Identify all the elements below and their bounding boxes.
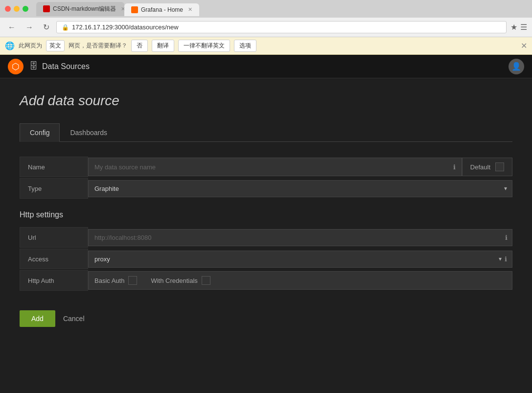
reload-button[interactable]: ↻ <box>40 22 52 33</box>
topbar: ⬡ 🗄 Data Sources 👤 <box>0 55 532 78</box>
name-info-icon[interactable]: ℹ <box>453 163 456 171</box>
default-section: Default <box>462 158 512 176</box>
window-controls <box>5 6 28 12</box>
address-text: 172.16.17.129:3000/datasources/new <box>72 23 179 31</box>
name-row: Name ℹ Default <box>20 157 512 177</box>
access-info-icon[interactable]: ℹ <box>505 255 507 263</box>
translate-prompt: 网页，是否需要翻译？ <box>69 42 127 50</box>
url-field: ℹ <box>88 229 512 246</box>
browser-titlebar: CSDN-markdown编辑器 ✕ Grafana - Home ✕ <box>0 0 532 18</box>
back-button[interactable]: ← <box>5 22 19 33</box>
maximize-window-btn[interactable] <box>23 6 28 12</box>
tab-grafana-close[interactable]: ✕ <box>188 6 192 13</box>
url-row: Url ℹ <box>20 227 512 248</box>
access-select[interactable]: proxy direct <box>89 251 499 267</box>
type-select[interactable]: Graphite Prometheus InfluxDB OpenTSDB El… <box>89 181 512 197</box>
button-row: Add Cancel <box>20 310 512 327</box>
address-bar[interactable]: 🔒 172.16.17.129:3000/datasources/new <box>56 21 507 33</box>
access-select-arrow: ▾ <box>499 255 502 262</box>
url-info-icon[interactable]: ℹ <box>505 234 508 241</box>
grafana-app: ⬡ 🗄 Data Sources 👤 Add data source Confi… <box>0 55 532 378</box>
topbar-right: 👤 <box>509 59 524 74</box>
topbar-title-text: Data Sources <box>42 62 90 71</box>
close-window-btn[interactable] <box>5 6 11 12</box>
grafana-favicon <box>131 6 138 13</box>
access-icons: ▾ ℹ <box>499 255 512 263</box>
with-credentials-label: With Credentials <box>151 277 197 284</box>
access-row: Access proxy direct ▾ ℹ <box>20 249 512 269</box>
tab-grafana-label: Grafana - Home <box>141 6 183 13</box>
page-title: Add data source <box>20 93 512 109</box>
name-input[interactable] <box>94 163 449 171</box>
browser-chrome: CSDN-markdown编辑器 ✕ Grafana - Home ✕ ← → … <box>0 0 532 378</box>
topbar-title: 🗄 Data Sources <box>29 61 90 71</box>
http-settings-title: Http settings <box>20 210 512 219</box>
tab-csdn[interactable]: CSDN-markdown编辑器 ✕ <box>36 2 124 16</box>
url-input[interactable] <box>88 229 512 246</box>
translate-yes-button[interactable]: 翻译 <box>152 40 174 52</box>
menu-button[interactable]: ☰ <box>520 23 527 32</box>
http-auth-field: Basic Auth With Credentials <box>88 271 512 290</box>
default-checkbox[interactable] <box>495 162 504 171</box>
type-select-wrapper: Graphite Prometheus InfluxDB OpenTSDB El… <box>88 180 512 197</box>
http-auth-label: Http Auth <box>20 270 88 291</box>
add-button[interactable]: Add <box>20 310 55 327</box>
basic-auth-label: Basic Auth <box>94 277 124 284</box>
translation-bar: 🌐 此网页为 英文 网页，是否需要翻译？ 否 翻译 一律不翻译英文 选项 ✕ <box>0 37 532 55</box>
name-field: ℹ Default <box>88 158 512 176</box>
lock-icon: 🔒 <box>62 24 69 31</box>
auth-options-row: Basic Auth With Credentials <box>94 276 506 285</box>
basic-auth-field: Basic Auth <box>94 276 137 285</box>
cancel-button[interactable]: Cancel <box>63 310 85 327</box>
name-label: Name <box>20 157 88 177</box>
user-avatar[interactable]: 👤 <box>509 59 524 74</box>
with-credentials-checkbox[interactable] <box>202 276 210 285</box>
type-label: Type <box>20 178 88 199</box>
access-label: Access <box>20 249 88 269</box>
main-content: Add data source Config Dashboards Name <box>0 78 532 342</box>
forward-button[interactable]: → <box>23 22 36 33</box>
browser-navbar: ← → ↻ 🔒 172.16.17.129:3000/datasources/n… <box>0 18 532 37</box>
access-field: proxy direct ▾ ℹ <box>88 251 512 268</box>
tab-csdn-close[interactable]: ✕ <box>121 6 124 12</box>
csdn-favicon <box>43 5 50 12</box>
translate-options-button[interactable]: 选项 <box>234 40 256 52</box>
name-input-wrap: ℹ <box>88 158 462 176</box>
type-row: Type Graphite Prometheus InfluxDB OpenTS… <box>20 178 512 199</box>
tab-config[interactable]: Config <box>20 123 60 142</box>
tab-dashboards[interactable]: Dashboards <box>60 123 117 142</box>
grafana-logo[interactable]: ⬡ <box>8 59 23 74</box>
datasources-icon: 🗄 <box>29 61 38 71</box>
translate-never-button[interactable]: 一律不翻译英文 <box>178 40 230 52</box>
with-credentials-field: With Credentials <box>151 276 210 285</box>
http-auth-row: Http Auth Basic Auth With Credentials <box>20 270 512 291</box>
tab-grafana[interactable]: Grafana - Home ✕ <box>124 3 199 16</box>
tab-config-label: Config <box>30 129 49 137</box>
translate-icon: 🌐 <box>5 41 15 50</box>
tab-dashboards-label: Dashboards <box>70 129 107 137</box>
nav-actions: ★ ☰ <box>510 23 527 32</box>
minimize-window-btn[interactable] <box>14 6 20 12</box>
default-label: Default <box>470 163 490 171</box>
bookmark-star-button[interactable]: ★ <box>510 23 517 32</box>
translate-no-button[interactable]: 否 <box>131 40 148 52</box>
translate-lang[interactable]: 英文 <box>46 40 65 51</box>
translate-prefix: 此网页为 <box>19 42 42 50</box>
basic-auth-checkbox[interactable] <box>128 276 137 285</box>
translate-close-button[interactable]: ✕ <box>521 41 527 50</box>
tab-bar: Config Dashboards <box>20 123 512 142</box>
tab-csdn-label: CSDN-markdown编辑器 <box>53 5 116 13</box>
url-label: Url <box>20 227 88 248</box>
browser-tabs: CSDN-markdown编辑器 ✕ Grafana - Home ✕ <box>36 2 199 16</box>
